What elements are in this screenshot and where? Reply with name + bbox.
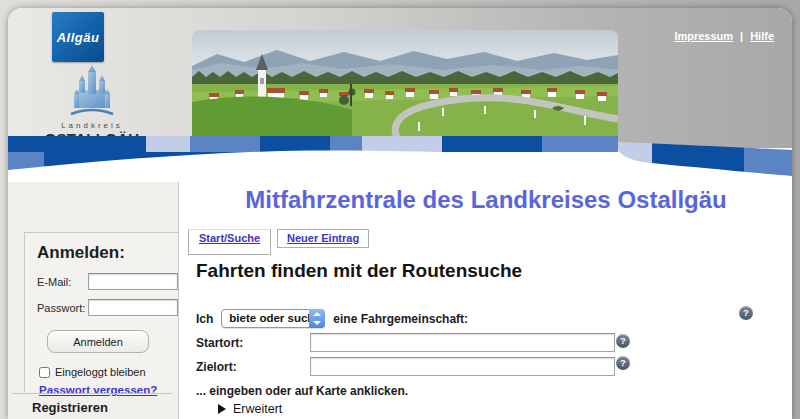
erweitert-toggle[interactable]: Erweitert: [218, 402, 282, 416]
help-icon-zielort[interactable]: ?: [616, 356, 630, 370]
allgaeu-logo: Allgäu: [52, 12, 104, 62]
triangle-right-icon: [218, 404, 226, 414]
email-field[interactable]: [88, 273, 178, 290]
header-band: Allgäu Landkreis: [8, 8, 792, 148]
zielort-label: Zielort:: [196, 360, 237, 374]
ich-label: Ich: [196, 312, 213, 326]
login-box: Anmelden: E-Mail: Passwort: Anmelden Ein…: [24, 232, 178, 392]
stay-logged-in-label: Eingeloggt bleiben: [55, 366, 146, 378]
header-photo: [192, 30, 618, 138]
select-stepper-icon: [309, 309, 325, 328]
allgaeu-logo-text: Allgäu: [57, 30, 100, 45]
stay-logged-in-checkbox[interactable]: [39, 367, 50, 378]
login-button[interactable]: Anmelden: [47, 330, 149, 353]
links-separator: |: [740, 30, 743, 42]
header-links: Impressum|Hilfe: [674, 30, 774, 42]
castle-icon: [69, 64, 115, 116]
mode-row: Ich biete oder suche eine Fahrgemeinscha…: [196, 309, 468, 328]
password-field[interactable]: [88, 299, 178, 316]
blue-wave-decoration: [8, 130, 792, 182]
password-label: Passwort:: [37, 302, 88, 314]
help-icon-startort[interactable]: ?: [616, 334, 630, 348]
sidebar-divider: [12, 393, 172, 394]
tab-start-suche[interactable]: Start/Suche: [188, 229, 271, 255]
tab-neuer-eintrag[interactable]: Neuer Eintrag: [277, 229, 369, 248]
fahrgemeinschaft-label: eine Fahrgemeinschaft:: [333, 312, 468, 326]
landkreis-logo-line1: Landkreis: [36, 121, 148, 130]
main-heading: Fahrten finden mit der Routensuche: [196, 260, 522, 282]
mode-select[interactable]: biete oder suche: [221, 309, 325, 328]
startort-input[interactable]: [310, 333, 615, 352]
erweitert-label: Erweitert: [233, 402, 282, 416]
impressum-link[interactable]: Impressum: [674, 30, 733, 42]
login-heading: Anmelden:: [37, 243, 178, 263]
page-card: Allgäu Landkreis: [8, 8, 792, 419]
startort-label: Startort:: [196, 336, 243, 350]
page-title: Mitfahrzentrale des Landkreises Ostallgä…: [188, 186, 784, 214]
landscape-photo-illustration: [192, 30, 618, 138]
help-icon-mode[interactable]: ?: [739, 306, 753, 320]
email-label: E-Mail:: [37, 276, 88, 288]
hilfe-link[interactable]: Hilfe: [750, 30, 774, 42]
map-hint-text: ... eingeben oder auf Karte anklicken.: [196, 384, 408, 398]
sidebar: Anmelden: E-Mail: Passwort: Anmelden Ein…: [8, 182, 179, 419]
forgot-password-link[interactable]: Passwort vergessen?: [39, 384, 157, 396]
zielort-input[interactable]: [310, 357, 615, 376]
register-section-heading[interactable]: Registrieren: [32, 400, 108, 415]
